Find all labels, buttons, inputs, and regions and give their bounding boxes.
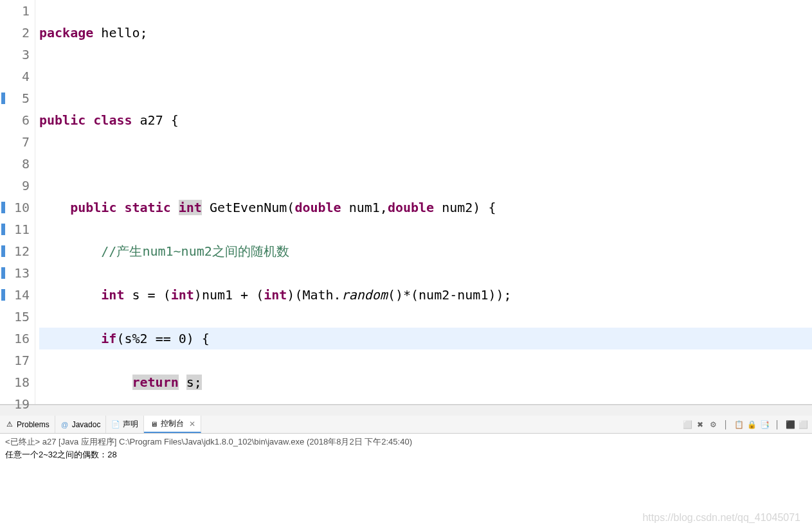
code-line: public static int GetEvenNum(double num1… (39, 197, 812, 218)
terminate-icon[interactable]: ⬜ (682, 420, 692, 430)
line-number: 4 (0, 66, 30, 87)
gutter-change-marker (1, 202, 5, 213)
horizontal-scrollbar[interactable] (0, 405, 812, 416)
gutter-change-marker (1, 224, 5, 235)
line-number: 8 (0, 153, 30, 175)
bottom-panel-tabs: ⚠ Problems @ Javadoc 📄 声明 🖥 控制台 ✕ ⬜ ✖ ⚙ … (0, 416, 812, 434)
code-line-active: if(s%2 == 0) { (39, 328, 812, 349)
line-number: 18 (0, 371, 30, 393)
tab-label: Problems (17, 420, 50, 429)
declaration-icon: 📄 (111, 420, 120, 429)
line-number: 17 (0, 349, 30, 371)
line-number: 19 (0, 393, 30, 415)
line-number: 3 (0, 44, 30, 66)
line-gutter: 1 2 3 4 5 6 7 8 9 10 11 12 13 14 15 16 1… (0, 0, 35, 404)
code-editor[interactable]: 1 2 3 4 5 6 7 8 9 10 11 12 13 14 15 16 1… (0, 0, 812, 405)
line-number: 9 (0, 175, 30, 197)
remove-launch-icon[interactable]: ✖ (695, 420, 705, 430)
console-icon: 🖥 (149, 420, 158, 428)
scroll-lock-icon[interactable]: 🔒 (746, 420, 757, 430)
tab-label: 控制台 (161, 418, 184, 429)
display-console-icon[interactable]: ⬛ (785, 420, 795, 430)
code-line: package hello; (39, 22, 812, 44)
gutter-change-marker (1, 93, 5, 104)
gutter-change-marker (1, 267, 5, 279)
javadoc-icon: @ (60, 420, 69, 429)
line-number: 1 (0, 0, 30, 22)
code-line (39, 66, 812, 87)
line-number: 6 (0, 109, 30, 131)
console-output-line: 任意一个2~32之间的偶数：28 (5, 449, 807, 461)
console-toolbar: ⬜ ✖ ⚙ │ 📋 🔒 📑 │ ⬛ ⬜ (682, 420, 812, 430)
tab-label: 声明 (123, 419, 138, 430)
tab-declaration[interactable]: 📄 声明 (106, 416, 144, 433)
close-icon[interactable]: ✕ (189, 420, 195, 428)
tab-label: Javadoc (72, 420, 101, 429)
tab-console[interactable]: 🖥 控制台 ✕ (144, 416, 201, 433)
line-number: 15 (0, 306, 30, 328)
code-line (39, 153, 812, 175)
separator-icon: │ (721, 420, 731, 430)
line-number: 16 (0, 328, 30, 349)
clear-console-icon[interactable]: 📋 (734, 420, 744, 430)
line-number: 2 (0, 22, 30, 44)
console-panel[interactable]: <已终止> a27 [Java 应用程序] C:\Program Files\J… (0, 434, 812, 463)
gutter-change-marker (1, 245, 5, 257)
console-process-header: <已终止> a27 [Java 应用程序] C:\Program Files\J… (5, 436, 807, 448)
code-content[interactable]: package hello; public class a27 { public… (35, 0, 812, 404)
code-line: public class a27 { (39, 109, 812, 131)
tab-javadoc[interactable]: @ Javadoc (55, 416, 107, 433)
watermark-text: https://blog.csdn.net/qq_41045071 (642, 512, 800, 524)
remove-all-icon[interactable]: ⚙ (708, 420, 718, 430)
line-number: 7 (0, 131, 30, 153)
code-line: int s = (int)num1 + (int)(Math.random()*… (39, 284, 812, 306)
open-console-icon[interactable]: ⬜ (798, 420, 808, 430)
warning-icon: ⚠ (5, 420, 14, 429)
tab-problems[interactable]: ⚠ Problems (0, 416, 55, 433)
separator-icon: │ (772, 420, 782, 430)
gutter-change-marker (1, 289, 5, 301)
code-line: //产生num1~num2之间的随机数 (39, 240, 812, 262)
pin-console-icon[interactable]: 📑 (759, 420, 770, 430)
code-line: return s; (39, 371, 812, 393)
